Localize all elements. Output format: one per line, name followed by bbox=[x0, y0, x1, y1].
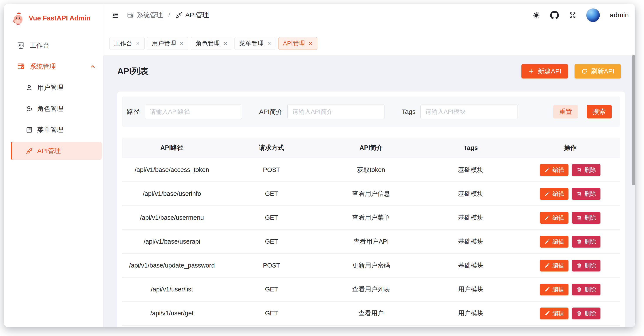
system-gear-icon bbox=[127, 12, 134, 19]
delete-button[interactable]: 删除 bbox=[572, 188, 600, 200]
cell-api-path: /api/v1/base/userapi bbox=[122, 238, 222, 245]
table-row: /api/v1/base/access_token POST 获取token 基… bbox=[122, 158, 620, 181]
filter-bar: 路径 API简介 Tags 重置 搜索 bbox=[122, 97, 620, 127]
delete-button[interactable]: 删除 bbox=[572, 236, 600, 248]
cell-tags: 基础模块 bbox=[421, 237, 520, 246]
sidebar-item-api[interactable]: API管理 bbox=[11, 142, 102, 160]
table-row: /api/v1/base/update_password POST 更新用户密码… bbox=[122, 253, 620, 277]
cell-tags: 基础模块 bbox=[421, 166, 520, 174]
edit-button[interactable]: 编辑 bbox=[540, 236, 568, 248]
summary-filter-input[interactable] bbox=[288, 105, 385, 119]
github-icon[interactable] bbox=[550, 11, 559, 19]
edit-button[interactable]: 编辑 bbox=[540, 188, 568, 200]
column-header-path: API路径 bbox=[122, 144, 222, 152]
theme-sun-icon[interactable] bbox=[532, 11, 540, 19]
cell-actions: 编辑 删除 bbox=[520, 308, 620, 319]
cell-api-path: /api/v1/base/usermenu bbox=[122, 214, 222, 221]
sidebar-item-roles[interactable]: 角色管理 bbox=[11, 100, 102, 118]
sidebar-item-menus[interactable]: 菜单管理 bbox=[11, 121, 102, 139]
tab-bar: 工作台 × 用户管理 × 角色管理 × 菜单管理 × API管理 × bbox=[104, 26, 635, 55]
plus-icon bbox=[528, 68, 534, 75]
refresh-icon bbox=[581, 68, 588, 75]
delete-button[interactable]: 删除 bbox=[572, 164, 600, 176]
sidebar-item-label: 工作台 bbox=[30, 41, 50, 50]
main-area: 系统管理 / API管理 admin 工作台 × 用户管理 × 角色管理 × bbox=[104, 4, 635, 327]
api-plug-icon bbox=[176, 12, 182, 19]
sidebar-item-users[interactable]: 用户管理 bbox=[11, 79, 102, 97]
trash-icon bbox=[576, 311, 582, 316]
pencil-icon bbox=[544, 311, 550, 316]
delete-button[interactable]: 删除 bbox=[572, 308, 600, 319]
page-content: API列表 新建API 刷新API 路径 API简介 bbox=[104, 55, 635, 327]
create-api-button[interactable]: 新建API bbox=[522, 64, 568, 78]
column-header-tags: Tags bbox=[421, 144, 520, 152]
user-icon bbox=[26, 84, 33, 91]
edit-button[interactable]: 编辑 bbox=[540, 164, 568, 176]
edit-button[interactable]: 编辑 bbox=[540, 212, 568, 224]
search-button[interactable]: 搜索 bbox=[587, 105, 612, 118]
refresh-api-button[interactable]: 刷新API bbox=[574, 64, 621, 78]
vertical-scrollbar[interactable] bbox=[632, 55, 635, 185]
reset-button[interactable]: 重置 bbox=[553, 105, 578, 118]
tags-filter-input[interactable] bbox=[420, 105, 518, 119]
sidebar-item-label: API管理 bbox=[37, 147, 61, 156]
edit-button[interactable]: 编辑 bbox=[540, 260, 568, 271]
cell-actions: 编辑 删除 bbox=[520, 236, 620, 248]
tab[interactable]: 角色管理 × bbox=[191, 37, 232, 50]
topbar-actions: admin bbox=[532, 8, 629, 22]
api-table: API路径 请求方式 API简介 Tags 操作 /api/v1/base/ac… bbox=[122, 138, 620, 327]
delete-button[interactable]: 删除 bbox=[572, 284, 600, 295]
cell-summary: 查看用户菜单 bbox=[321, 213, 421, 222]
sidebar-item-system[interactable]: 系统管理 bbox=[11, 58, 102, 75]
tab[interactable]: 工作台 × bbox=[109, 37, 144, 50]
tab-close-icon[interactable]: × bbox=[309, 40, 312, 47]
path-filter-label: 路径 bbox=[127, 107, 140, 116]
table-row-partial bbox=[122, 325, 620, 327]
tab-label: API管理 bbox=[283, 39, 305, 48]
app-title: Vue FastAPI Admin bbox=[29, 14, 90, 22]
page-title: API列表 bbox=[117, 65, 148, 77]
tab-label: 菜单管理 bbox=[239, 39, 264, 48]
tab[interactable]: API管理 × bbox=[278, 37, 317, 50]
cell-actions: 编辑 删除 bbox=[520, 188, 620, 200]
tab[interactable]: 用户管理 × bbox=[147, 37, 188, 50]
cell-method: GET bbox=[222, 214, 321, 221]
edit-button[interactable]: 编辑 bbox=[540, 308, 568, 319]
cell-method: POST bbox=[222, 262, 321, 269]
system-gear-icon bbox=[17, 63, 25, 70]
cell-method: GET bbox=[222, 190, 321, 197]
breadcrumb-system[interactable]: 系统管理 bbox=[127, 11, 163, 19]
cell-summary: 查看用户API bbox=[321, 237, 421, 246]
table-header: API路径 请求方式 API简介 Tags 操作 bbox=[122, 138, 620, 158]
tab-close-icon[interactable]: × bbox=[224, 40, 227, 47]
tab-label: 用户管理 bbox=[152, 39, 176, 48]
edit-button[interactable]: 编辑 bbox=[540, 284, 568, 295]
summary-filter-label: API简介 bbox=[259, 107, 282, 116]
column-header-method: 请求方式 bbox=[222, 144, 321, 152]
breadcrumb: 系统管理 / API管理 bbox=[127, 11, 209, 19]
fullscreen-icon[interactable] bbox=[569, 11, 576, 19]
table-body: /api/v1/base/access_token POST 获取token 基… bbox=[122, 158, 620, 327]
sidebar-item-workbench[interactable]: 工作台 bbox=[11, 36, 102, 54]
pencil-icon bbox=[544, 239, 550, 244]
delete-button[interactable]: 删除 bbox=[572, 212, 600, 224]
path-filter-input[interactable] bbox=[145, 105, 242, 119]
cell-api-path: /api/v1/user/list bbox=[122, 286, 222, 293]
tab-close-icon[interactable]: × bbox=[136, 40, 140, 47]
api-list-card: 路径 API简介 Tags 重置 搜索 API路径 请求方式 API简介 Tag… bbox=[117, 92, 625, 327]
table-row: /api/v1/base/userinfo GET 查看用户信息 基础模块 编辑… bbox=[122, 181, 620, 205]
tab-close-icon[interactable]: × bbox=[180, 40, 184, 47]
tab-close-icon[interactable]: × bbox=[267, 40, 271, 47]
cell-actions: 编辑 删除 bbox=[520, 260, 620, 271]
username[interactable]: admin bbox=[610, 11, 629, 19]
user-avatar[interactable] bbox=[586, 8, 600, 22]
sidebar-collapse-icon[interactable] bbox=[112, 11, 119, 19]
cell-actions: 编辑 删除 bbox=[520, 284, 620, 295]
api-plug-icon bbox=[26, 147, 33, 155]
breadcrumb-api[interactable]: API管理 bbox=[176, 11, 209, 19]
chick-logo-icon bbox=[11, 11, 25, 25]
delete-button[interactable]: 删除 bbox=[572, 260, 600, 271]
app-logo[interactable]: Vue FastAPI Admin bbox=[4, 4, 103, 33]
tab[interactable]: 菜单管理 × bbox=[234, 37, 276, 50]
column-header-summary: API简介 bbox=[321, 144, 421, 152]
